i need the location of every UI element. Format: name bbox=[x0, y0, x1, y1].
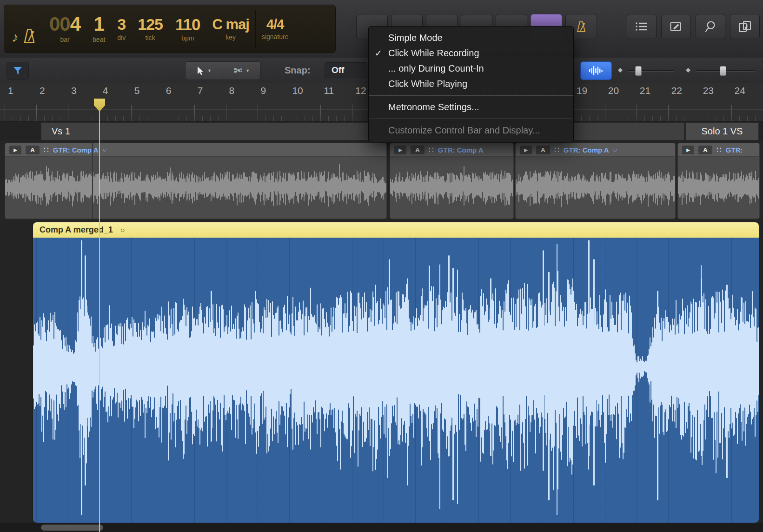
take-letter-badge[interactable]: A bbox=[411, 146, 425, 154]
checkmark-icon: ✓ bbox=[369, 48, 388, 59]
loop-circle-icon: ○ bbox=[120, 226, 125, 234]
menu-item-label: ... only During Count-In bbox=[388, 63, 484, 74]
lcd-div-field[interactable]: 3 div bbox=[111, 5, 132, 53]
notepad-pencil-icon bbox=[670, 21, 682, 32]
menu-item-label: Customize Control Bar and Display... bbox=[388, 125, 540, 136]
ruler-bar: 19 bbox=[573, 83, 605, 121]
menu-item-metronome-settings[interactable]: Metronome Settings... bbox=[369, 100, 573, 115]
horizontal-zoom-thumb[interactable] bbox=[720, 66, 726, 76]
media-icon bbox=[738, 20, 751, 33]
vertical-zoom-thumb[interactable] bbox=[635, 66, 642, 76]
media-browser-button[interactable] bbox=[730, 14, 760, 39]
ruler-bar-number: 8 bbox=[229, 85, 235, 96]
region-name: GTR: Comp A bbox=[53, 146, 99, 154]
waveform-icon bbox=[588, 66, 604, 76]
ruler-bar-number: 21 bbox=[640, 85, 650, 96]
lcd-mode-icons[interactable]: ♪ bbox=[4, 5, 43, 53]
lcd-display[interactable]: ♪ 004 bar 1 beat 3 div bbox=[4, 5, 336, 53]
menu-item-only-during-count-in[interactable]: ... only During Count-In bbox=[369, 61, 573, 76]
note-pads-button[interactable] bbox=[661, 14, 691, 39]
vertical-zoom-icon bbox=[617, 66, 624, 75]
loop-circle-icon: ○ bbox=[613, 146, 617, 153]
play-icon[interactable]: ▶ bbox=[520, 146, 532, 154]
play-icon[interactable]: ▶ bbox=[394, 146, 406, 154]
audio-region-3[interactable]: ▶ A ∷ GTR: Comp A ○ bbox=[515, 143, 676, 219]
loop-browser-button[interactable] bbox=[696, 14, 725, 39]
ruler-bar-number: 12 bbox=[355, 85, 366, 96]
menu-item-click-while-playing[interactable]: Click While Playing bbox=[369, 76, 573, 92]
chevron-down-icon: ▼ bbox=[245, 68, 250, 73]
loop-icon bbox=[704, 20, 717, 33]
view-toggle-buttons bbox=[627, 14, 760, 39]
ruler-bar-number: 1 bbox=[8, 85, 13, 96]
lcd-tick-label: tick bbox=[146, 34, 155, 41]
snap-label: Snap: bbox=[285, 58, 311, 83]
tool-menus: ▼ ✄ ▼ bbox=[185, 61, 261, 80]
vertical-zoom-control[interactable] bbox=[617, 58, 677, 83]
region-waveform bbox=[5, 157, 386, 219]
audio-region-comp-a-merged[interactable]: Comp A merged_1 ○ bbox=[33, 222, 759, 523]
horizontal-scrollbar-thumb[interactable] bbox=[41, 525, 103, 531]
play-icon[interactable]: ▶ bbox=[682, 146, 694, 154]
logic-pro-window: ♪ 004 bar 1 beat 3 div bbox=[0, 0, 763, 532]
take-letter-badge[interactable]: A bbox=[26, 146, 40, 154]
lcd-key-label: key bbox=[226, 33, 236, 41]
horizontal-zoom-icon bbox=[683, 66, 693, 75]
lcd-tempo-field[interactable]: 110 bpm bbox=[169, 5, 206, 53]
lcd-beat-value: 1 bbox=[94, 14, 104, 34]
main-region-header[interactable]: Comp A merged_1 ○ bbox=[33, 222, 759, 238]
ruler-bar: 23 bbox=[700, 83, 731, 121]
takes-icon[interactable]: ∷ bbox=[554, 146, 559, 154]
menu-item-label: Click While Recording bbox=[388, 48, 479, 59]
ruler-bar: 21 bbox=[637, 83, 668, 121]
takes-icon[interactable]: ∷ bbox=[429, 146, 434, 154]
ruler-bar: 5 bbox=[131, 83, 163, 121]
main-region-name: Comp A merged_1 bbox=[40, 225, 113, 235]
play-icon[interactable]: ▶ bbox=[9, 146, 21, 154]
lcd-signature-field[interactable]: 4/4 signature bbox=[256, 5, 295, 53]
menu-separator bbox=[369, 119, 573, 119]
arrangement-marker-vs1[interactable]: Vs 1 bbox=[41, 122, 684, 140]
horizontal-zoom-control[interactable] bbox=[683, 58, 758, 83]
menu-item-click-while-recording[interactable]: ✓ Click While Recording bbox=[369, 46, 573, 61]
audio-region-2[interactable]: ▶ A ∷ GTR: Comp A bbox=[390, 143, 514, 219]
vertical-zoom-track[interactable] bbox=[628, 70, 674, 72]
take-letter-badge[interactable]: A bbox=[698, 146, 712, 154]
lcd-bar-value: 4 bbox=[70, 13, 80, 35]
ruler-bar: 1 bbox=[5, 83, 36, 121]
take-divider bbox=[92, 143, 93, 219]
ruler-bar: 11 bbox=[320, 83, 352, 121]
lcd-bar-leading-zeros: 00 bbox=[49, 13, 70, 35]
take-letter-badge[interactable]: A bbox=[536, 146, 550, 154]
menu-item-customize-control-bar: Customize Control Bar and Display... bbox=[369, 123, 573, 138]
region-header: ▶ A ∷ GTR: Comp A ○ bbox=[516, 143, 675, 157]
lcd-beat-field[interactable]: 1 beat bbox=[86, 5, 111, 53]
menu-item-simple-mode[interactable]: Simple Mode bbox=[369, 30, 573, 46]
take-track-lane: ▶ A ∷ GTR: Comp A ○ ▶ A ∷ GTR: Comp A ▶ … bbox=[0, 141, 763, 220]
region-header: ▶ A ∷ GTR: Comp A bbox=[390, 143, 513, 157]
takes-icon[interactable]: ∷ bbox=[44, 146, 49, 154]
metronome-icon bbox=[22, 28, 36, 44]
region-waveform bbox=[516, 157, 675, 219]
ruler-bar-number: 5 bbox=[134, 85, 140, 96]
command-click-tool-button[interactable]: ✄ ▼ bbox=[223, 61, 261, 80]
track-filter-button[interactable] bbox=[7, 62, 29, 80]
ruler-bar-number: 10 bbox=[292, 85, 303, 96]
ruler-bar: 8 bbox=[226, 83, 258, 121]
region-name: GTR: Comp A bbox=[438, 146, 484, 154]
left-click-tool-button[interactable]: ▼ bbox=[185, 61, 223, 80]
note-icon: ♪ bbox=[12, 30, 19, 44]
audio-region-4[interactable]: ▶ A ∷ GTR: bbox=[677, 143, 760, 219]
lcd-tick-value: 125 bbox=[138, 16, 163, 32]
lcd-bar-field[interactable]: 004 bar bbox=[43, 5, 86, 53]
audio-region-1[interactable]: ▶ A ∷ GTR: Comp A ○ bbox=[5, 143, 387, 219]
list-editors-button[interactable] bbox=[627, 14, 657, 39]
waveform-zoom-button[interactable] bbox=[580, 61, 612, 80]
lcd-tick-field[interactable]: 125 tick bbox=[132, 5, 169, 53]
takes-icon[interactable]: ∷ bbox=[717, 146, 722, 154]
arrangement-marker-solo[interactable]: Solo 1 VS bbox=[685, 122, 759, 140]
snap-mode-select[interactable]: Off bbox=[325, 62, 367, 78]
region-name: GTR: bbox=[726, 146, 743, 154]
lcd-tempo-label: bpm bbox=[181, 34, 194, 42]
lcd-key-field[interactable]: C maj key bbox=[206, 5, 255, 53]
